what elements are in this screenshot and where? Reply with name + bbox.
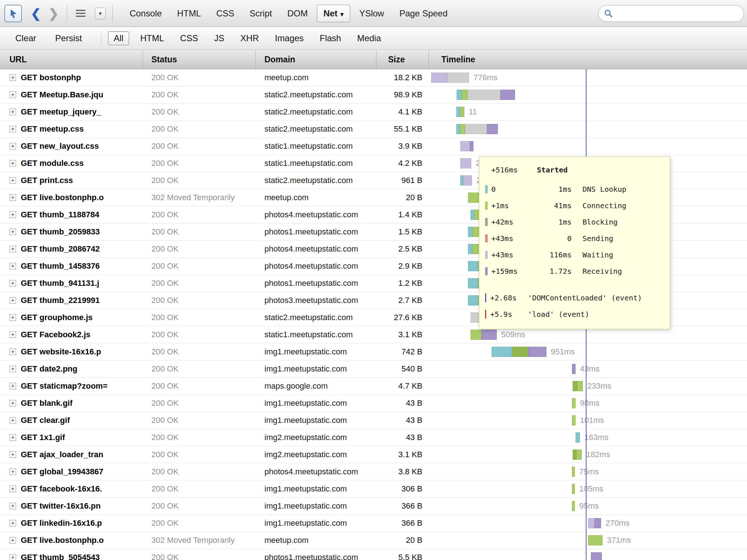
filter-media[interactable]: Media bbox=[357, 33, 381, 43]
table-row[interactable]: +GET meetup_jquery_200 OKstatic2.meetups… bbox=[0, 104, 747, 121]
tab-dom[interactable]: DOM bbox=[280, 4, 316, 23]
expand-icon[interactable]: + bbox=[9, 554, 16, 560]
timeline-bar[interactable] bbox=[492, 347, 546, 357]
table-row[interactable]: +GET meetup.css200 OKstatic2.meetupstati… bbox=[0, 121, 747, 138]
table-row[interactable]: +GET bostonphp200 OKmeetup.com18.2 KB776… bbox=[0, 69, 747, 86]
back-button[interactable]: ❮ bbox=[27, 5, 45, 22]
expand-icon[interactable]: + bbox=[9, 366, 16, 372]
table-row[interactable]: +GET global_19943867200 OKphotos4.meetup… bbox=[0, 463, 747, 481]
timeline-bar[interactable] bbox=[572, 467, 575, 477]
filter-html[interactable]: HTML bbox=[140, 33, 164, 43]
table-row[interactable]: +GET clear.gif200 OKimg1.meetupstatic.co… bbox=[0, 412, 747, 429]
expand-icon[interactable]: + bbox=[9, 229, 16, 235]
tab-script[interactable]: Script bbox=[242, 4, 279, 23]
expand-icon[interactable]: + bbox=[9, 74, 16, 81]
filter-flash[interactable]: Flash bbox=[320, 33, 341, 43]
expand-icon[interactable]: + bbox=[9, 143, 16, 149]
expand-icon[interactable]: + bbox=[9, 400, 16, 407]
expand-icon[interactable]: + bbox=[9, 160, 16, 167]
expand-icon[interactable]: + bbox=[9, 211, 16, 218]
expand-icon[interactable]: + bbox=[9, 194, 16, 201]
expand-icon[interactable]: + bbox=[9, 451, 16, 458]
table-row[interactable]: +GET date2.png200 OKimg1.meetupstatic.co… bbox=[0, 361, 747, 378]
expand-icon[interactable]: + bbox=[9, 246, 16, 252]
inspect-button[interactable] bbox=[4, 5, 22, 22]
timeline-bar[interactable] bbox=[457, 90, 515, 100]
tab-net[interactable]: Net▾ bbox=[317, 5, 350, 22]
tab-html[interactable]: HTML bbox=[170, 4, 209, 23]
timeline-bar[interactable] bbox=[576, 432, 580, 443]
timeline-bar[interactable] bbox=[573, 450, 582, 460]
tab-yslow[interactable]: YSlow bbox=[352, 4, 392, 23]
expand-icon[interactable]: + bbox=[9, 297, 16, 304]
table-row[interactable]: +GET live.bostonphp.o302 Moved Temporari… bbox=[0, 532, 747, 549]
expand-icon[interactable]: + bbox=[9, 109, 16, 115]
timeline-bar[interactable] bbox=[588, 518, 601, 528]
expand-icon[interactable]: + bbox=[9, 520, 16, 526]
timeline-bar[interactable] bbox=[468, 227, 479, 237]
column-header-timeline[interactable]: Timeline bbox=[429, 50, 747, 69]
dropdown-caret-button[interactable]: ▾ bbox=[95, 8, 106, 19]
table-row[interactable]: +GET new_layout.css200 OKstatic1.meetups… bbox=[0, 138, 747, 155]
timeline-bar[interactable] bbox=[572, 364, 576, 374]
timeline-bar[interactable] bbox=[471, 330, 497, 340]
table-row[interactable]: +GET thumb_5054543200 OKphotos1.meetupst… bbox=[0, 549, 747, 560]
filter-js[interactable]: JS bbox=[214, 33, 224, 43]
tab-console[interactable]: Console bbox=[122, 4, 170, 23]
column-header-status[interactable]: Status bbox=[143, 50, 256, 69]
expand-icon[interactable]: + bbox=[9, 314, 16, 321]
timeline-bar[interactable] bbox=[456, 107, 464, 117]
expand-icon[interactable]: + bbox=[9, 503, 16, 509]
table-row[interactable]: +GET facebook-16x16.200 OKimg1.meetupsta… bbox=[0, 481, 747, 498]
expand-icon[interactable]: + bbox=[9, 486, 16, 492]
search-input[interactable] bbox=[613, 6, 744, 21]
timeline-bar[interactable] bbox=[573, 381, 583, 391]
clear-button[interactable]: Clear bbox=[15, 33, 36, 43]
expand-icon[interactable]: + bbox=[9, 434, 16, 441]
table-row[interactable]: +GET ajax_loader_tran200 OKimg2.meetupst… bbox=[0, 446, 747, 463]
persist-button[interactable]: Persist bbox=[55, 33, 82, 43]
tab-css[interactable]: CSS bbox=[209, 4, 242, 23]
table-row[interactable]: +GET blank.gif200 OKimg1.meetupstatic.co… bbox=[0, 395, 747, 412]
timeline-bar[interactable] bbox=[456, 124, 498, 134]
filter-css[interactable]: CSS bbox=[180, 33, 198, 43]
timeline-bar[interactable] bbox=[460, 141, 473, 151]
expand-icon[interactable]: + bbox=[9, 349, 16, 355]
table-row[interactable]: +GET website-16x16.p200 OKimg1.meetupsta… bbox=[0, 343, 747, 361]
timeline-bar[interactable] bbox=[572, 484, 575, 494]
table-row[interactable]: +GET linkedin-16x16.p200 OKimg1.meetupst… bbox=[0, 515, 747, 532]
filter-xhr[interactable]: XHR bbox=[240, 33, 259, 43]
filter-all[interactable]: All bbox=[108, 31, 129, 45]
expand-icon[interactable]: + bbox=[9, 263, 16, 269]
expand-icon[interactable]: + bbox=[9, 468, 16, 475]
timeline-bar[interactable] bbox=[572, 501, 575, 511]
timeline-bar[interactable] bbox=[460, 175, 472, 186]
timeline-bar[interactable] bbox=[460, 158, 471, 168]
timeline-bar[interactable] bbox=[588, 535, 603, 545]
menu-icon[interactable] bbox=[71, 10, 90, 17]
filter-images[interactable]: Images bbox=[275, 33, 304, 43]
expand-icon[interactable]: + bbox=[9, 383, 16, 389]
expand-icon[interactable]: + bbox=[9, 92, 16, 98]
table-row[interactable]: +GET Meetup.Base.jqu200 OKstatic2.meetup… bbox=[0, 86, 747, 104]
expand-icon[interactable]: + bbox=[9, 177, 16, 184]
expand-icon[interactable]: + bbox=[9, 417, 16, 424]
timeline-bar[interactable] bbox=[591, 552, 602, 560]
column-header-size[interactable]: Size bbox=[376, 50, 429, 69]
column-header-domain[interactable]: Domain bbox=[256, 50, 376, 69]
expand-icon[interactable]: + bbox=[9, 331, 16, 338]
timeline-bar[interactable] bbox=[431, 73, 469, 83]
forward-button[interactable]: ❯ bbox=[45, 5, 63, 22]
expand-icon[interactable]: + bbox=[9, 126, 16, 132]
table-row[interactable]: +GET 1x1.gif200 OKimg2.meetupstatic.com4… bbox=[0, 429, 747, 446]
column-header-url[interactable]: URL bbox=[0, 50, 143, 69]
expand-icon[interactable]: + bbox=[9, 280, 16, 287]
expand-icon[interactable]: + bbox=[9, 537, 16, 544]
table-row[interactable]: +GET twitter-16x16.pn200 OKimg1.meetupst… bbox=[0, 498, 747, 515]
search-box[interactable] bbox=[598, 5, 744, 22]
timeline-bar[interactable] bbox=[572, 415, 576, 425]
timeline-bar[interactable] bbox=[572, 398, 576, 408]
tooltip-event-row: +5.9s'load' (event) bbox=[485, 306, 670, 322]
table-row[interactable]: +GET staticmap?zoom=200 OKmaps.google.co… bbox=[0, 378, 747, 395]
tab-page-speed[interactable]: Page Speed bbox=[392, 4, 455, 23]
